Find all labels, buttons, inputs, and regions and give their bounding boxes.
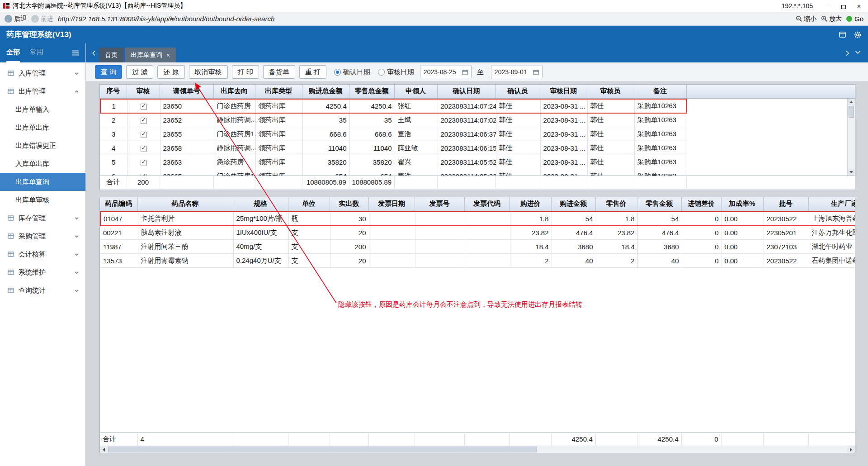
gear-icon[interactable] (854, 31, 862, 39)
maximize-button[interactable] (837, 0, 850, 12)
sidebar-item-outbound-error-fix[interactable]: 出库错误更正 (0, 137, 85, 155)
layout-icon[interactable] (839, 31, 846, 38)
column-header[interactable]: 确认员 (495, 85, 540, 98)
audit-checkbox[interactable] (141, 132, 147, 138)
maintenance-icon (7, 269, 14, 276)
query-button[interactable]: 查 询 (95, 65, 122, 79)
sidebar-tab-all[interactable]: 全部 (6, 43, 20, 62)
order-row[interactable]: 123650门诊西药房领药出库4250.44250.4张红2023083114:… (100, 99, 855, 113)
sidebar-item-outbound-query[interactable]: 出库单查询 (0, 173, 85, 191)
zoom-out-button[interactable]: 缩小 (796, 15, 816, 23)
back-button[interactable]: ← 后退 (5, 15, 27, 23)
scroll-right-icon[interactable] (847, 446, 855, 453)
vertical-scrollbar[interactable] (847, 99, 855, 176)
column-header[interactable]: 审核 (127, 85, 160, 98)
audit-checkbox[interactable] (141, 146, 147, 152)
scroll-down-icon[interactable] (848, 169, 855, 176)
column-header[interactable]: 序号 (100, 85, 127, 98)
go-button[interactable]: Go (846, 15, 863, 23)
detail-row[interactable]: 11987注射用间苯三酚40mg/支支20018.4368018.4368000… (100, 240, 855, 254)
column-header[interactable]: 备注 (634, 85, 686, 98)
date-to-input[interactable]: 2023-09-01 (491, 66, 542, 78)
column-header[interactable]: 审核日期 (540, 85, 587, 98)
sidebar-item-statistics[interactable]: 查询统计 (0, 281, 85, 300)
radio-checked-icon (334, 69, 341, 76)
sidebar-item-purchase[interactable]: 采购管理 (0, 227, 85, 245)
print-button[interactable]: 打 印 (232, 65, 259, 79)
sidebar-item-inventory[interactable]: 库存管理 (0, 209, 85, 227)
minimize-button[interactable]: – (822, 0, 835, 12)
column-header[interactable]: 药品名称 (137, 197, 233, 211)
column-header[interactable]: 审核员 (587, 85, 634, 98)
column-header[interactable]: 发票日期 (368, 197, 415, 211)
reprint-button[interactable]: 重 打 (299, 65, 326, 79)
column-header[interactable]: 进销差价 (681, 197, 721, 211)
radio-audit-date[interactable]: 审核日期 (378, 68, 414, 76)
column-header[interactable]: 出库类型 (255, 85, 302, 98)
order-row[interactable]: 223652静脉用药调...领药出库3535王斌2023083114:07:02… (100, 113, 855, 127)
column-header[interactable]: 生产厂家 (808, 197, 855, 211)
radio-confirm-date[interactable]: 确认日期 (334, 68, 370, 76)
column-header[interactable]: 零售金额 (637, 197, 681, 211)
column-header[interactable]: 药品编码 (100, 197, 137, 211)
detail-row[interactable]: 00221胰岛素注射液1IUx400IU/支支2023.82476.423.82… (100, 226, 855, 240)
column-header[interactable]: 发票代码 (464, 197, 509, 211)
order-row[interactable]: 623665门诊西药房1...领药出库654654董浩2023083114:05… (100, 169, 855, 176)
sidebar-tab-common[interactable]: 常用 (30, 43, 43, 62)
audit-checkbox[interactable] (141, 118, 147, 124)
audit-checkbox[interactable] (141, 174, 147, 176)
tab-home[interactable]: 首页 (99, 48, 123, 62)
tab-outbound-query[interactable]: 出库单查询 × (125, 48, 176, 62)
column-header[interactable]: 购进金额 (551, 197, 595, 211)
column-header[interactable]: 零售价 (595, 197, 637, 211)
detail-row[interactable]: 13573注射用青霉素钠0.24g40万U/支支2024024000.00202… (100, 254, 855, 268)
scroll-up-icon[interactable] (848, 99, 855, 105)
hamburger-icon[interactable] (72, 50, 79, 56)
order-row[interactable]: 423658静脉用药调...领药出库1104011040薛亚敏202308311… (100, 141, 855, 155)
stock-list-button[interactable]: 备货单 (263, 65, 295, 79)
order-row[interactable]: 523663急诊药房领药出库3582035820翟兴2023083114:05:… (100, 155, 855, 169)
column-header[interactable]: 出库去向 (213, 85, 255, 98)
sidebar-item-accounting[interactable]: 会计核算 (0, 245, 85, 263)
column-header[interactable]: 确认日期 (437, 85, 495, 98)
scroll-left-icon[interactable] (100, 446, 108, 453)
audit-checkbox[interactable] (141, 104, 147, 110)
column-header[interactable]: 单位 (288, 197, 330, 211)
horizontal-scrollbar[interactable] (100, 446, 855, 453)
cancel-audit-button[interactable]: 取消审核 (189, 65, 228, 79)
sidebar-item-inbound[interactable]: 入库管理 (0, 64, 85, 82)
column-header[interactable]: 购进价 (509, 197, 551, 211)
vertical-scrollbar-thumb[interactable] (849, 106, 854, 118)
column-header[interactable]: 购进总金额 (302, 85, 349, 98)
column-header[interactable]: 实出数 (330, 197, 368, 211)
tabs-scroll-right-icon[interactable] (845, 50, 849, 56)
horizontal-scrollbar-thumb[interactable] (108, 447, 537, 452)
sidebar-item-outbound[interactable]: 出库管理 (0, 82, 85, 100)
column-header[interactable]: 加成率% (721, 197, 763, 211)
date-from-input[interactable]: 2023-08-25 (420, 66, 472, 78)
app-title: 药库管理系统(V13) (6, 29, 71, 40)
order-row[interactable]: 323655门诊西药房1...领药出库668.6668.6董浩202308311… (100, 127, 855, 141)
forward-button[interactable]: → 前进 (31, 15, 53, 23)
tabs-scroll-left-icon[interactable] (92, 50, 96, 56)
column-header[interactable]: 零售总金额 (349, 85, 394, 98)
sidebar-item-inbound-issue[interactable]: 入库单出库 (0, 155, 85, 173)
column-header[interactable]: 批号 (763, 197, 808, 211)
sidebar-item-outbound-audit[interactable]: 出库单审核 (0, 191, 85, 209)
audit-checkbox[interactable] (141, 160, 147, 166)
close-button[interactable]: × (853, 0, 865, 12)
column-header[interactable]: 规格 (233, 197, 288, 211)
column-header[interactable]: 申领人 (394, 85, 437, 98)
tab-close-icon[interactable]: × (166, 52, 170, 59)
sidebar-item-maintenance[interactable]: 系统维护 (0, 263, 85, 281)
sidebar-item-outbound-issue[interactable]: 出库单出库 (0, 119, 85, 137)
zoom-in-button[interactable]: 放大 (821, 15, 842, 23)
url-bar[interactable]: http://192.168.5.131:8000/his-yk/app/#/o… (58, 15, 274, 23)
detail-row[interactable]: 01047卡托普利片25mg*100片/瓶瓶301.8541.85400.002… (100, 212, 855, 226)
filter-button[interactable]: 过 滤 (126, 65, 153, 79)
column-header[interactable]: 请领单号 (160, 85, 213, 98)
sidebar-item-outbound-input[interactable]: 出库单输入 (0, 100, 85, 119)
tabs-menu-icon[interactable] (855, 50, 861, 56)
restore-button[interactable]: 还 原 (157, 65, 184, 79)
column-header[interactable]: 发票号 (415, 197, 464, 211)
